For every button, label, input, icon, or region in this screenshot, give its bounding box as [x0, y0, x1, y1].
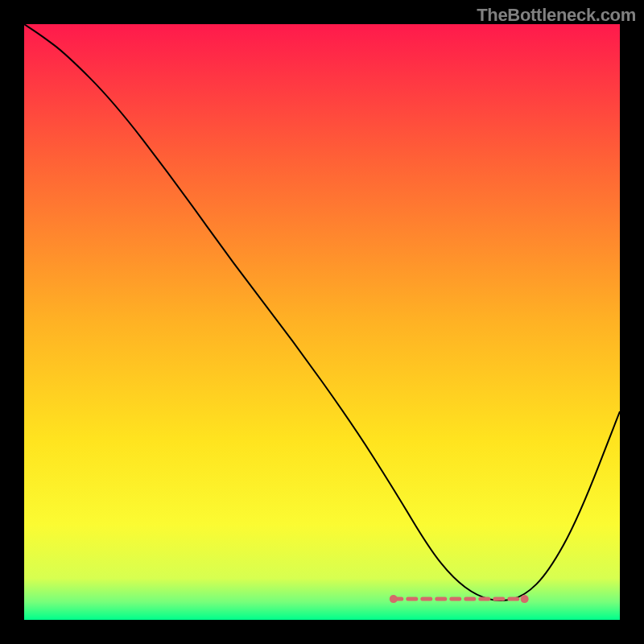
- optimal-zone-endpoint: [390, 595, 398, 603]
- watermark-text: TheBottleneck.com: [477, 5, 636, 26]
- plot-background: [24, 24, 620, 620]
- chart-frame: TheBottleneck.com: [0, 0, 644, 644]
- chart-svg: [24, 24, 620, 620]
- optimal-zone-endpoint: [521, 595, 529, 603]
- plot-area: [24, 24, 620, 620]
